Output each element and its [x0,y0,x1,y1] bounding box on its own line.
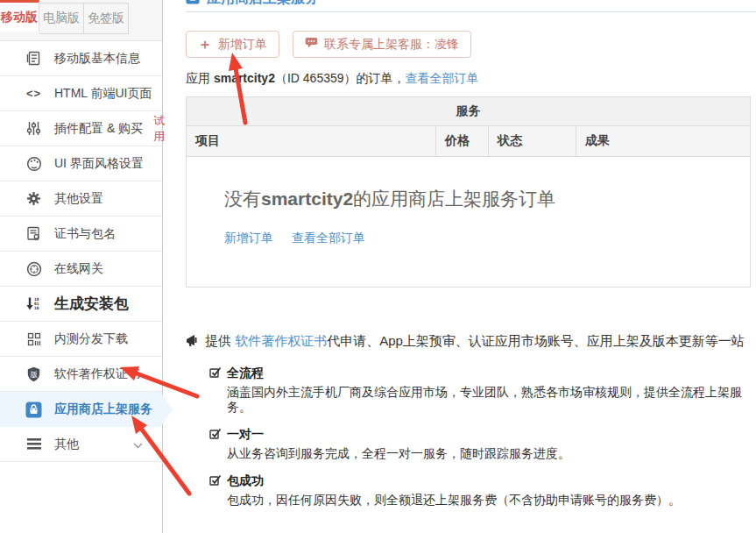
main-content: 应用商店上架服务 ＋ 新增订单 联系专属上架客服：凌锋 应 [164,0,756,533]
table-header-row: 项目 价格 状态 成果 [187,126,750,157]
page-title-clipped: 应用商店上架服务 [186,0,756,7]
sidebar-item-label: 在线网关 [54,261,103,277]
sidebar-item-other-settings[interactable]: 其他设置 [0,181,162,217]
toolbar: ＋ 新增订单 联系专属上架客服：凌锋 [186,31,756,58]
svg-text:10: 10 [34,306,39,310]
sidebar-item-build-package[interactable]: 10 01 10 生成安装包 [0,287,162,322]
feature-desc: 从业务咨询到服务完成，全程一对一服务，随时跟踪服务进度。 [227,446,756,461]
qrcode-icon [25,330,42,347]
feature-guaranteed-success: 包成功 包成功，因任何原因失败，则全额退还上架服务费（不含协助申请账号的服务费）… [209,473,756,508]
sidebar-item-label: UI 界面风格设置 [54,156,144,172]
sidebar-item-label: 移动版基本信息 [54,51,140,67]
column-header-price: 价格 [436,126,489,156]
sidebar-item-label: 内测分发下载 [54,331,128,347]
tab-nosign[interactable]: 免签版 [84,3,129,34]
store-bag-icon [25,402,42,418]
feature-title: 包成功 [227,473,264,489]
sidebar-item-label: 软件著作权证书 [54,366,140,382]
sidebar-item-label: 证书与包名 [54,226,116,242]
megaphone-icon [186,334,200,350]
feature-list: 全流程 涵盖国内外主流手机厂商及综合应用市场，专业团队，熟悉各市场审核规则，提供… [209,365,756,508]
contact-support-button[interactable]: 联系专属上架客服：凌锋 [293,31,471,58]
feature-one-on-one: 一对一 从业务咨询到服务完成，全程一对一服务，随时跟踪服务进度。 [209,426,756,461]
column-header-result: 成果 [576,126,750,156]
sidebar-item-label: 其他设置 [54,191,103,207]
code-icon: <> [25,85,42,102]
sidebar-item-software-copyright[interactable]: 版 软件著作权证书 [0,357,162,392]
sidebar-item-plugins[interactable]: 插件配置 & 购买 试用 [0,111,162,146]
copyright-cert-link[interactable]: 软件著作权证书 [235,333,327,348]
sidebar: 移动版 电脑版 免签版 移动版基本信息 <> HTML 前端U [0,0,163,533]
feature-full-process: 全流程 涵盖国内外主流手机厂商及综合应用市场，专业团队，熟悉各市场审核规则，提供… [209,365,756,415]
sidebar-item-basic-info[interactable]: 移动版基本信息 [0,41,162,76]
page-title: 应用商店上架服务 [207,0,319,7]
gateway-icon [25,260,42,277]
sliders-icon [25,120,42,137]
gear-icon [25,190,42,207]
speech-bubble-icon [305,37,318,52]
trial-badge: 试用 [153,113,165,145]
chevron-down-icon [133,437,143,451]
view-all-orders-link[interactable]: 查看全部订单 [292,231,365,246]
view-all-orders-link[interactable]: 查看全部订单 [406,71,479,85]
feature-desc: 包成功，因任何原因失败，则全额退还上架服务费（不含协助申请账号的服务费）。 [227,493,756,508]
sidebar-item-label: 插件配置 & 购买 [54,121,143,137]
document-icon [25,50,42,67]
sidebar-item-certificates[interactable]: 证书与包名 [0,217,162,252]
app-name: smartcity2 [214,71,275,85]
feature-title: 一对一 [227,427,264,443]
sidebar-item-label: HTML 前端UI页面 [54,86,152,102]
sidebar-item-gateway[interactable]: 在线网关 [0,252,162,287]
empty-state-message: 没有smartcity2的应用商店上架服务订单 [224,187,750,211]
title-divider [186,11,756,12]
feature-desc: 涵盖国内外主流手机厂商及综合应用市场，专业团队，熟悉各市场审核规则，提供全流程上… [227,385,756,415]
tab-mobile[interactable]: 移动版 [0,0,39,32]
sidebar-item-label: 应用商店上架服务 [54,402,152,417]
column-header-item: 项目 [187,126,436,156]
svg-text:版: 版 [31,370,38,378]
table-empty-state: 没有smartcity2的应用商店上架服务订单 新增订单 查看全部订单 [187,157,750,287]
platform-tabs: 移动版 电脑版 免签版 [0,0,162,41]
sidebar-item-other[interactable]: 其他 [0,427,162,462]
promo-section: 提供 软件著作权证书代申请、App上架预审、认证应用市场账号、应用上架及版本更新… [186,333,756,508]
new-order-button[interactable]: ＋ 新增订单 [186,31,279,58]
plus-icon: ＋ [198,38,212,52]
checkbox-checked-icon [209,366,222,380]
order-summary-line: 应用 smartcity2（ID 465359）的订单，查看全部订单 [186,71,756,87]
column-header-status: 状态 [489,126,576,156]
package-download-icon: 10 01 10 [25,295,42,312]
sidebar-item-ui-style[interactable]: UI 界面风格设置 [0,146,162,181]
checkbox-checked-icon [209,474,222,488]
sidebar-item-label: 生成安装包 [54,294,129,314]
sidebar-item-label: 其他 [54,437,79,452]
table-group-header: 服务 [187,97,750,126]
promo-lead: 提供 软件著作权证书代申请、App上架预审、认证应用市场账号、应用上架及版本更新… [186,333,756,350]
copyright-shield-icon: 版 [25,366,42,382]
palette-icon [25,155,42,172]
menu-icon [25,436,42,452]
store-bag-icon [186,0,200,7]
orders-table: 服务 项目 价格 状态 成果 没有smartcity2的应用商店上架服务订单 新… [186,96,751,288]
sidebar-item-html-ui[interactable]: <> HTML 前端UI页面 [0,76,162,111]
feature-title: 全流程 [227,366,264,381]
sidebar-item-app-store-service[interactable]: 应用商店上架服务 [0,392,162,427]
new-order-link[interactable]: 新增订单 [224,231,273,246]
sidebar-item-beta-download[interactable]: 内测分发下载 [0,322,162,357]
certificate-icon [25,225,42,242]
app-name: smartcity2 [261,188,353,209]
tab-desktop[interactable]: 电脑版 [39,3,84,34]
checkbox-checked-icon [209,428,222,442]
sidebar-menu: 移动版基本信息 <> HTML 前端UI页面 插件配置 & 购买 试用 [0,41,162,462]
app-store-listing-page: 移动版 电脑版 免签版 移动版基本信息 <> HTML 前端U [0,0,756,533]
